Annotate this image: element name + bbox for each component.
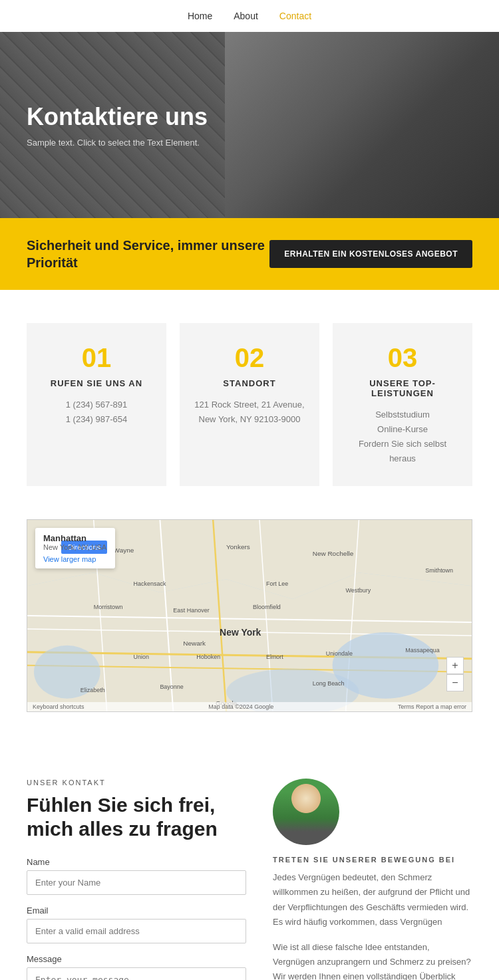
nav-about[interactable]: About [234,11,258,21]
card-title-2: STANDORT [193,378,306,388]
banner-text: Sicherheit und Service, immer unsere Pri… [27,237,269,271]
map-place-sub: New York, NY, USA [43,543,107,551]
worker-avatar [273,779,339,845]
message-textarea[interactable] [27,967,246,980]
card-content-3: Selbststudium Online-Kurse Fordern Sie s… [346,408,459,466]
map-data-info: Map data ©2024 Google [208,703,273,710]
svg-text:Morristown: Morristown [94,604,123,610]
navigation: Home About Contact [0,0,499,32]
zoom-in-button[interactable]: + [446,657,464,674]
card-number-1: 01 [40,343,153,373]
contact-info-column: TRETEN SIE UNSERER BEWEGUNG BEI Jedes Ve… [273,779,472,980]
svg-text:New York: New York [220,627,261,638]
contact-body-2: Wie ist all diese falsche Idee entstande… [273,940,472,980]
svg-text:Bayonne: Bayonne [160,683,183,690]
card-content-1: 1 (234) 567-891 1 (234) 987-654 [40,398,153,427]
promo-banner: Sicherheit und Service, immer unsere Pri… [0,218,499,290]
hero-title: Kontaktiere uns [27,103,472,131]
svg-text:Fort Lee: Fort Lee [266,581,288,588]
hero-content: Kontaktiere uns Sample text. Click to se… [27,103,472,148]
email-field-group: Email [27,906,246,943]
map-keyboard-shortcuts: Keyboard shortcuts [33,703,84,710]
contact-body-1: Jedes Vergnügen bedeutet, den Schmerz wi… [273,870,472,929]
map-footer: Keyboard shortcuts Map data ©2024 Google… [27,702,472,711]
message-field-group: Message [27,954,246,980]
map-zoom-controls: + − [446,657,464,691]
cards-grid: 01 RUFEN SIE UNS AN 1 (234) 567-891 1 (2… [27,323,472,486]
free-quote-button[interactable]: ERHALTEN EIN KOSTENLOSES ANGEBOT [269,240,472,268]
card-content-2: 121 Rock Street, 21 Avenue, New York, NY… [193,398,306,427]
card-title-1: RUFEN SIE UNS AN [40,378,153,388]
card-title-3: UNSERE TOP-LEISTUNGEN [346,378,459,398]
svg-text:Long Beach: Long Beach [313,680,345,687]
svg-text:Hoboken: Hoboken [196,654,220,660]
card-number-2: 02 [193,343,306,373]
svg-text:Yonkers: Yonkers [226,544,250,551]
svg-text:Uniondale: Uniondale [326,650,353,657]
card-services: 03 UNSERE TOP-LEISTUNGEN Selbststudium O… [333,323,472,486]
email-label: Email [27,906,246,916]
svg-text:Hackensack: Hackensack [134,581,166,588]
email-input[interactable] [27,919,246,943]
svg-text:Wayne: Wayne [114,547,134,554]
svg-text:Elmort: Elmort [266,654,283,660]
svg-text:Smithtown: Smithtown [425,568,453,574]
card-phone: 01 RUFEN SIE UNS AN 1 (234) 567-891 1 (2… [27,323,166,486]
message-label: Message [27,954,246,964]
svg-text:Elizabeth: Elizabeth [81,687,105,693]
contact-section-label: UNSER KONTAKT [27,779,246,787]
contact-form-column: UNSER KONTAKT Fühlen Sie sich frei, mich… [27,779,246,980]
nav-contact[interactable]: Contact [279,11,311,21]
contact-section: UNSER KONTAKT Fühlen Sie sich frei, mich… [0,745,499,980]
svg-text:Union: Union [134,654,149,660]
svg-text:East Hanover: East Hanover [173,607,209,614]
info-cards-section: 01 RUFEN SIE UNS AN 1 (234) 567-891 1 (2… [0,290,499,519]
name-input[interactable] [27,870,246,895]
avatar-image [273,779,339,845]
svg-text:Westbury: Westbury [346,587,371,594]
name-label: Name [27,857,246,867]
contact-section-title: Fühlen Sie sich frei, mich alles zu frag… [27,793,246,841]
name-field-group: Name [27,857,246,895]
join-movement-label: TRETEN SIE UNSERER BEWEGUNG BEI [273,856,472,864]
card-location: 02 STANDORT 121 Rock Street, 21 Avenue, … [180,323,319,486]
map-terms: Terms Report a map error [398,703,466,710]
zoom-out-button[interactable]: − [446,674,464,691]
hero-subtitle: Sample text. Click to select the Text El… [27,138,472,148]
map-background: New York Manhattan Wayne Yonkers New Roc… [27,520,472,711]
card-number-3: 03 [346,343,459,373]
map-section: New York Manhattan Wayne Yonkers New Roc… [0,519,499,745]
svg-text:Bloomfield: Bloomfield [253,604,281,610]
svg-text:Massapequa: Massapequa [405,647,439,654]
hero-section: Kontaktiere uns Sample text. Click to se… [0,32,499,218]
svg-text:New Rochelle: New Rochelle [313,551,354,558]
map-container[interactable]: New York Manhattan Wayne Yonkers New Roc… [27,519,472,712]
svg-text:Newark: Newark [183,640,206,647]
map-popup: Manhattan New York, NY, USA Directions V… [35,528,115,568]
view-larger-map-link[interactable]: View larger map [43,555,107,563]
nav-home[interactable]: Home [188,11,212,21]
